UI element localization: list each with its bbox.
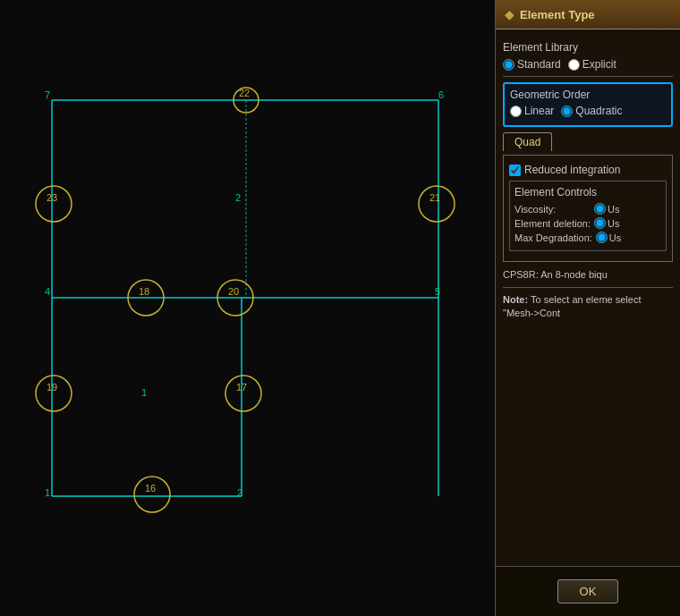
- quadratic-label: Quadratic: [575, 105, 622, 117]
- reduced-integration-checkbox[interactable]: [509, 165, 521, 176]
- svg-text:6: 6: [438, 89, 444, 100]
- explicit-radio[interactable]: [568, 59, 580, 71]
- svg-point-25: [225, 376, 261, 411]
- svg-text:20: 20: [228, 286, 239, 297]
- quadratic-radio-item[interactable]: Quadratic: [561, 105, 622, 117]
- panel-content: Element Library Standard Explicit Geomet…: [496, 30, 680, 566]
- svg-text:16: 16: [145, 483, 156, 494]
- svg-text:22: 22: [239, 88, 250, 98]
- explicit-radio-item[interactable]: Explicit: [568, 58, 616, 71]
- svg-text:21: 21: [429, 192, 440, 203]
- geometric-order-box: Geometric Order Linear Quadratic: [503, 82, 673, 127]
- canvas-area: 7 6 22 23 2 21 4 5 18 20 19 1 17 1: [0, 0, 495, 616]
- max-degradation-value[interactable]: Us: [596, 232, 621, 243]
- divider-1: [503, 76, 673, 77]
- svg-text:19: 19: [47, 382, 57, 392]
- svg-text:1: 1: [45, 487, 50, 498]
- cps-info-text: CPS8R: An 8-node biqu: [503, 267, 673, 282]
- geometric-order-options: Linear Quadratic: [510, 105, 666, 117]
- svg-text:23: 23: [47, 192, 57, 203]
- linear-label: Linear: [524, 105, 554, 117]
- linear-radio-item[interactable]: Linear: [510, 105, 554, 117]
- svg-point-11: [36, 186, 72, 222]
- element-deletion-row: Element deletion: Us: [514, 217, 661, 229]
- svg-text:2: 2: [235, 192, 241, 203]
- svg-text:2: 2: [237, 487, 242, 498]
- geometric-order-label: Geometric Order: [510, 89, 666, 101]
- reduced-integration-item[interactable]: Reduced integration: [509, 164, 667, 176]
- svg-point-14: [419, 186, 455, 222]
- element-library-options: Standard Explicit: [503, 58, 673, 71]
- element-type-panel: ◆ Element Type Element Library Standard …: [495, 0, 680, 616]
- element-deletion-value[interactable]: Us: [594, 217, 619, 229]
- svg-text:7: 7: [45, 89, 50, 100]
- panel-icon: ◆: [505, 7, 514, 21]
- viscosity-radio[interactable]: [594, 203, 606, 215]
- element-controls-section: Element Controls Viscosity: Us Element d…: [509, 181, 667, 251]
- viscosity-row: Viscosity: Us: [514, 203, 661, 215]
- viscosity-label: Viscosity:: [514, 204, 591, 215]
- standard-radio[interactable]: [503, 59, 514, 71]
- element-controls-title: Element Controls: [514, 186, 661, 198]
- panel-title: Element Type: [520, 8, 595, 21]
- explicit-label: Explicit: [582, 58, 616, 71]
- mesh-svg: 7 6 22 23 2 21 4 5 18 20 19 1 17 1: [0, 0, 495, 616]
- element-deletion-label: Element deletion:: [514, 218, 591, 229]
- svg-text:5: 5: [435, 286, 440, 297]
- max-degradation-row: Max Degradation: Us: [514, 232, 661, 243]
- note-text: Note: To select an eleme select "Mesh->C…: [503, 293, 673, 321]
- tab-content: Reduced integration Element Controls Vis…: [503, 155, 673, 262]
- max-degradation-label: Max Degradation:: [514, 232, 592, 243]
- note-prefix: Note:: [503, 294, 528, 305]
- divider-2: [503, 287, 673, 288]
- svg-point-29: [134, 477, 170, 512]
- reduced-integration-label: Reduced integration: [524, 164, 620, 176]
- element-library-label: Element Library: [503, 41, 673, 54]
- quad-tab[interactable]: Quad: [503, 132, 552, 151]
- element-deletion-value-text: Us: [608, 218, 619, 229]
- svg-text:17: 17: [236, 382, 247, 392]
- ok-button[interactable]: OK: [557, 579, 619, 603]
- tab-bar: Quad: [503, 132, 673, 151]
- svg-text:1: 1: [141, 387, 147, 398]
- viscosity-value-text: Us: [608, 204, 619, 215]
- standard-radio-item[interactable]: Standard: [503, 58, 561, 71]
- svg-text:18: 18: [139, 286, 149, 297]
- svg-point-22: [36, 376, 72, 411]
- svg-text:4: 4: [45, 286, 50, 297]
- max-degradation-value-text: Us: [609, 232, 621, 243]
- panel-titlebar: ◆ Element Type: [496, 0, 680, 30]
- standard-label: Standard: [517, 58, 561, 71]
- viscosity-value[interactable]: Us: [594, 203, 619, 215]
- linear-radio[interactable]: [510, 105, 522, 117]
- element-deletion-radio[interactable]: [594, 217, 606, 229]
- max-degradation-radio[interactable]: [596, 232, 608, 243]
- bottom-bar: OK: [496, 566, 680, 616]
- quadratic-radio[interactable]: [561, 105, 573, 117]
